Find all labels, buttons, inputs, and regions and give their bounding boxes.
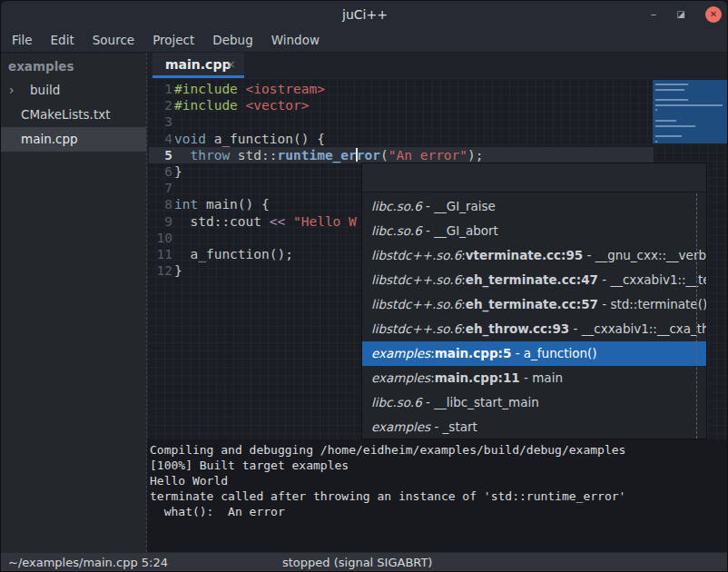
menu-file[interactable]: File [3,28,42,52]
line-number: 3 [149,113,172,130]
tree-item-label: CMakeLists.txt [1,107,111,122]
code-line[interactable]: #include <iostream> [174,81,484,97]
line-number: 9 [149,213,172,230]
backtrace-location: eh_throw.cc:93 [466,321,569,336]
terminal-line: Compiling and debugging /home/eidheim/ex… [150,442,728,458]
status-debug-state: stopped (signal SIGABRT) [282,553,432,572]
backtrace-location: eh_terminate.cc:47 [466,272,598,287]
backtrace-item[interactable]: libstdc++.so.6:eh_throw.cc:93 - __cxxabi… [362,316,706,340]
minimap-line [655,89,684,91]
code-token [174,148,190,163]
code-overview-minimap [653,80,727,143]
minimap-line [655,141,657,143]
backtrace-library: examples [371,419,430,434]
status-bar: ~/examples/main.cpp 5:24 stopped (signal… [1,552,728,572]
terminal-line: terminate called after throwing an insta… [150,488,728,504]
tree-item-cmakelists-txt[interactable]: CMakeLists.txt [1,103,146,127]
code-token: #include [174,98,246,113]
code-token: ); [467,148,483,163]
line-number: 7 [149,180,172,196]
backtrace-item[interactable]: examples:main.cpp:5 - a_function() [362,341,706,366]
code-token: << [270,214,285,229]
code-line[interactable]: void a_function() { [174,131,484,147]
line-number: 2 [149,97,172,113]
backtrace-library: libstdc++.so.6 [371,321,461,336]
backtrace-location: vterminate.cc:95 [466,248,583,262]
juci-window: juCi++ – ◪ ✕ FileEditSourceProjectDebugW… [0,0,728,572]
backtrace-location: main.cpp:11 [435,370,520,385]
terminal-output[interactable]: Compiling and debugging /home/eidheim/ex… [147,439,728,552]
backtrace-library: examples [371,346,430,360]
code-token: ror [357,148,380,163]
popup-margin-line [696,193,697,439]
code-token: } [174,263,182,278]
backtrace-library: libstdc++.so.6 [371,248,461,262]
backtrace-item[interactable]: libc.so.6 - __GI_raise [362,193,706,218]
minimap-line [655,104,723,106]
code-token: ( [380,148,389,163]
tree-item-main-cpp[interactable]: main.cpp [1,127,146,152]
backtrace-library: libc.so.6 [371,395,422,409]
backtrace-item[interactable]: examples:main.cpp:11 - main [362,366,706,390]
tree-item-build[interactable]: ›build [1,78,146,103]
code-line[interactable] [174,113,484,130]
restore-icon[interactable]: ◪ [669,1,693,28]
code-token: std::cout [174,214,270,229]
menubar: FileEditSourceProjectDebugWindow [1,28,728,53]
minimap-line [655,125,695,127]
tab-bar: main.cpp × [147,53,728,78]
backtrace-library: libc.so.6 [371,199,422,213]
code-token: throw [190,148,230,163]
backtrace-item[interactable]: libstdc++.so.6:eh_terminate.cc:57 - std:… [362,291,706,316]
line-number: 6 [149,163,172,180]
minimize-icon[interactable]: – [642,1,665,28]
line-number: 10 [149,230,172,246]
file-tree-sidebar[interactable]: examples ›buildCMakeLists.txtmain.cpp [1,54,146,552]
backtrace-location: main.cpp:5 [435,346,512,360]
menu-source[interactable]: Source [84,28,143,52]
line-number: 5 [149,147,172,163]
backtrace-popup-header [362,163,706,192]
backtrace-location: eh_terminate.cc:57 [466,297,598,311]
code-token: "An error" [389,148,467,163]
minimap-line [655,109,657,111]
backtrace-item[interactable]: libc.so.6 - __libc_start_main [362,390,706,415]
tree-item-label: main.cpp [1,132,78,146]
terminal-line: what(): An error [150,504,728,519]
code-token: runtime_er [278,148,357,163]
line-number: 1 [149,81,172,97]
menu-project[interactable]: Project [143,28,203,52]
backtrace-library: libstdc++.so.6 [371,272,461,287]
tab-close-icon[interactable]: × [226,53,236,76]
line-number-gutter: 123456789101112 [149,81,172,279]
backtrace-item[interactable]: libstdc++.so.6:vterminate.cc:95 - __gnu_… [362,242,706,267]
line-number: 12 [149,262,172,279]
status-file-location: ~/examples/main.cpp 5:24 [8,553,168,572]
menu-edit[interactable]: Edit [42,28,84,52]
chevron-right-icon[interactable]: › [9,78,15,103]
code-token: int [174,197,198,212]
code-line[interactable]: throw std::runtime_error("An error"); [174,147,484,163]
terminal-line: Hello World [150,473,728,488]
titlebar[interactable]: juCi++ – ◪ ✕ [1,1,728,28]
tab-main-cpp[interactable]: main.cpp × [152,53,244,78]
backtrace-popup: libc.so.6 - __GI_raiselibc.so.6 - __GI_a… [361,163,707,439]
line-number: 8 [149,196,172,212]
backtrace-library: libc.so.6 [371,223,422,238]
pane-separator-handle[interactable] [146,53,147,552]
backtrace-item[interactable]: libc.so.6 - __GI_abort [362,218,706,242]
code-line[interactable]: #include <vector> [174,97,484,113]
menu-debug[interactable]: Debug [203,28,261,52]
backtrace-item[interactable]: examples - _start [362,415,706,439]
backtrace-library: libstdc++.so.6 [371,297,461,311]
terminal-line: [100%] Built target examples [150,458,728,473]
backtrace-item[interactable]: libstdc++.so.6:eh_terminate.cc:47 - __cx… [362,267,706,291]
minimap-line [655,99,688,101]
backtrace-library: examples [371,370,430,385]
project-name-header: examples [1,54,146,78]
code-token: "Hello W [293,214,357,229]
menu-window[interactable]: Window [262,28,329,52]
minimap-line [655,84,688,85]
close-icon[interactable]: ✕ [705,6,722,23]
code-token: <vector> [246,98,310,113]
